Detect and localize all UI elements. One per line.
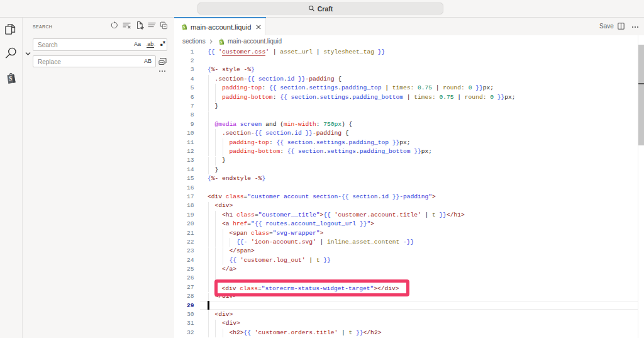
svg-text:S: S (9, 76, 12, 82)
svg-text:S: S (220, 40, 222, 43)
svg-text:S: S (183, 25, 185, 29)
